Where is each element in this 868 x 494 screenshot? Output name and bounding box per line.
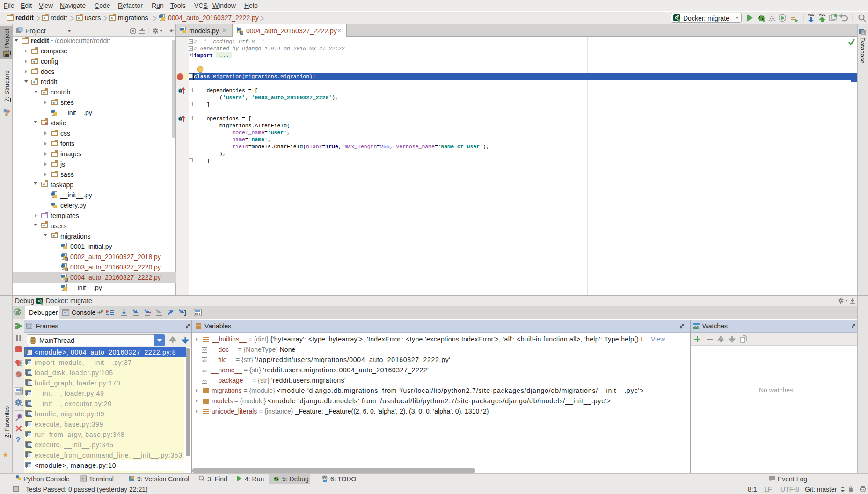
svg-text:VCS: VCS — [819, 13, 826, 16]
svg-text:>_: >_ — [82, 477, 87, 481]
svg-text:VCS: VCS — [808, 13, 815, 16]
svg-text:s: s — [28, 325, 30, 328]
